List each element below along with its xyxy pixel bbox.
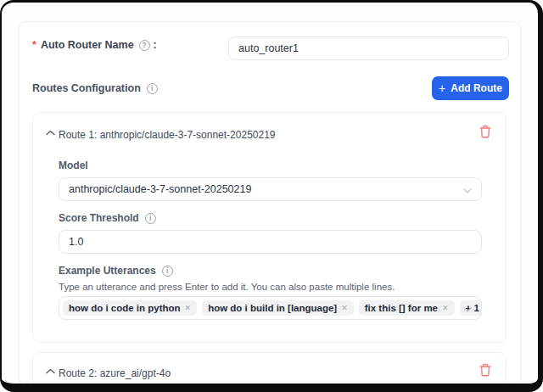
model-select-value: anthropic/claude-3-7-sonnet-20250219 [69,183,251,195]
remove-tag-icon[interactable]: ✕ [185,304,192,312]
score-threshold-label: Score Threshold i [59,212,156,224]
example-utterances-label: Example Utterances i [59,265,173,277]
utterance-tag: how do i build in [language] ✕ [202,300,354,316]
question-circle-icon[interactable]: ? [139,40,150,51]
label-colon: : [154,39,157,51]
route-1-title: Route 1: anthropic/claude-3-7-sonnet-202… [59,129,276,141]
routes-configuration-label-text: Routes Configuration [32,82,141,94]
add-route-button-label: Add Route [451,82,502,94]
info-circle-icon[interactable]: i [162,266,173,277]
route-1-card: Route 1: anthropic/claude-3-7-sonnet-202… [32,112,507,343]
auto-router-form: * Auto Router Name ? : Routes Configurat… [19,21,521,386]
score-threshold-label-text: Score Threshold [59,212,139,224]
utterances-tag-input[interactable]: how do i code in python ✕ how do i build… [59,296,482,320]
route-2-title: Route 2: azure_ai/gpt-4o [59,367,171,379]
model-select[interactable]: anthropic/claude-3-7-sonnet-20250219 [59,177,482,201]
model-label: Model [59,160,88,171]
utterance-tag-text: how do i code in python [69,303,181,313]
utterance-tag-text: fix this [] for me [365,303,438,313]
remove-tag-icon[interactable]: ✕ [442,304,449,312]
utterance-tag: how do i code in python ✕ [63,300,197,316]
collapse-chevron-up-icon[interactable] [46,362,55,378]
route-2-card: Route 2: azure_ai/gpt-4o [32,352,507,392]
chevron-down-icon [463,182,472,197]
remove-tag-icon[interactable]: ✕ [341,304,348,312]
plus-icon: + [439,82,445,94]
delete-route-1-icon[interactable] [479,125,491,141]
app-window: * Auto Router Name ? : Routes Configurat… [0,0,543,392]
auto-router-name-label-text: Auto Router Name [41,39,134,51]
collapse-chevron-up-icon[interactable] [46,124,55,139]
utterance-tag: fix this [] for me ✕ [359,300,455,316]
model-label-text: Model [59,160,88,171]
add-route-button[interactable]: + Add Route [432,76,509,100]
auto-router-name-label: * Auto Router Name ? : [32,39,157,51]
info-circle-icon[interactable]: i [147,83,158,94]
routes-configuration-label: Routes Configuration i [32,82,158,94]
score-threshold-input[interactable] [59,230,482,254]
delete-route-2-icon[interactable] [479,363,491,379]
chevron-down-icon [463,300,472,316]
example-utterances-label-text: Example Utterances [59,265,156,277]
required-asterisk: * [32,39,36,51]
utterance-tag-text: how do i build in [language] [208,303,337,313]
info-circle-icon[interactable]: i [145,213,156,224]
utterances-help-text: Type an utterance and press Enter to add… [59,282,395,292]
auto-router-name-input[interactable] [228,36,509,60]
